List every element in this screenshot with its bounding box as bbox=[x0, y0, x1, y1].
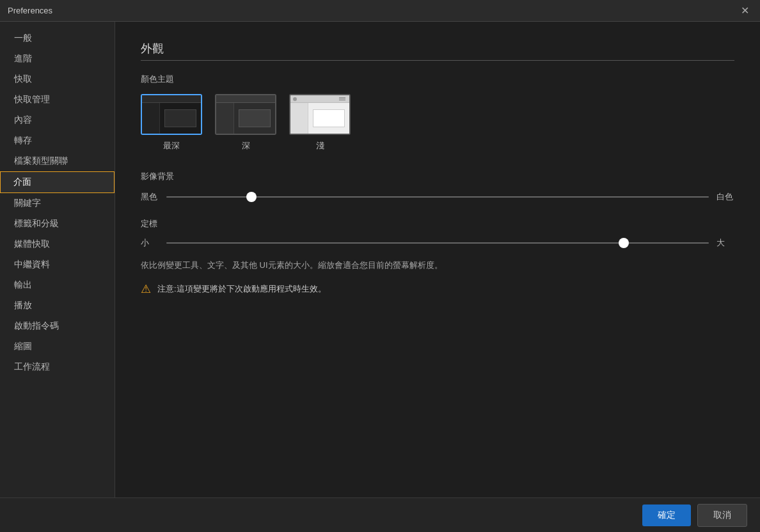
content-area: 外觀 顏色主題 最深深淺 影像背景 黑色 白色 定標 小 大 依比例變更工具、文… bbox=[115, 22, 760, 497]
close-icon: ✕ bbox=[741, 4, 749, 17]
theme-thumbnail-dark bbox=[215, 94, 276, 135]
warning-box: ⚠ 注意:這項變更將於下次啟動應用程式時生效。 bbox=[141, 282, 734, 296]
bg-left-label: 黑色 bbox=[141, 191, 159, 203]
title-bar-text: Preferences bbox=[8, 6, 52, 15]
sidebar-item-shortcut-mgr[interactable]: 快取管理 bbox=[0, 90, 115, 110]
sidebar-item-filetype[interactable]: 檔案類型關聯 bbox=[0, 151, 115, 171]
sidebar: 一般進階快取快取管理內容轉存檔案類型關聯介面關鍵字標籤和分級媒體快取中繼資料輸出… bbox=[0, 22, 115, 497]
bg-right-label: 白色 bbox=[716, 191, 734, 203]
image-bg-label: 影像背景 bbox=[141, 171, 734, 182]
theme-thumbnail-darkest bbox=[141, 94, 202, 135]
sidebar-item-metadata[interactable]: 中繼資料 bbox=[0, 254, 115, 275]
theme-label-light: 淺 bbox=[316, 140, 324, 152]
bg-slider[interactable] bbox=[166, 196, 709, 198]
sidebar-item-interface[interactable]: 介面 bbox=[0, 171, 115, 193]
sidebar-item-shortcuts[interactable]: 快取 bbox=[0, 69, 115, 90]
sidebar-item-labels[interactable]: 標籤和分級 bbox=[0, 214, 115, 234]
sidebar-item-thumbnail[interactable]: 縮圖 bbox=[0, 336, 115, 357]
scale-slider[interactable] bbox=[166, 242, 709, 244]
scale-label: 定標 bbox=[141, 218, 734, 230]
sidebar-item-export[interactable]: 輸出 bbox=[0, 275, 115, 295]
theme-label-dark: 深 bbox=[242, 140, 250, 152]
description-text: 依比例變更工具、文字、及其他 UI元素的大小。縮放會適合您目前的螢幕解析度。 bbox=[141, 259, 734, 272]
sidebar-item-content[interactable]: 內容 bbox=[0, 110, 115, 130]
theme-label-darkest: 最深 bbox=[163, 140, 180, 152]
theme-options: 最深深淺 bbox=[141, 94, 734, 152]
theme-thumbnail-light bbox=[289, 94, 351, 135]
sidebar-item-playback[interactable]: 播放 bbox=[0, 295, 115, 316]
warning-text: 注意:這項變更將於下次啟動應用程式時生效。 bbox=[157, 283, 326, 295]
scale-left-label: 小 bbox=[141, 237, 159, 249]
cancel-button[interactable]: 取消 bbox=[697, 504, 747, 527]
footer: 確定 取消 bbox=[0, 497, 760, 532]
theme-option-light[interactable]: 淺 bbox=[289, 94, 351, 152]
warning-icon: ⚠ bbox=[141, 282, 151, 296]
sidebar-item-advanced[interactable]: 進階 bbox=[0, 49, 115, 69]
sidebar-item-transfer[interactable]: 轉存 bbox=[0, 130, 115, 151]
confirm-button[interactable]: 確定 bbox=[642, 505, 691, 526]
sidebar-item-keywords[interactable]: 關鍵字 bbox=[0, 193, 115, 214]
section-title: 外觀 bbox=[141, 41, 734, 56]
title-bar: Preferences ✕ bbox=[0, 0, 760, 22]
sidebar-item-workflow[interactable]: 工作流程 bbox=[0, 357, 115, 377]
theme-option-darkest[interactable]: 最深 bbox=[141, 94, 202, 152]
sidebar-item-media[interactable]: 媒體快取 bbox=[0, 234, 115, 254]
scale-right-label: 大 bbox=[716, 237, 734, 249]
sidebar-item-general[interactable]: 一般 bbox=[0, 28, 115, 49]
theme-option-dark[interactable]: 深 bbox=[215, 94, 276, 152]
close-button[interactable]: ✕ bbox=[737, 3, 752, 19]
sidebar-item-startup[interactable]: 啟動指令碼 bbox=[0, 316, 115, 336]
color-theme-label: 顏色主題 bbox=[141, 74, 734, 85]
